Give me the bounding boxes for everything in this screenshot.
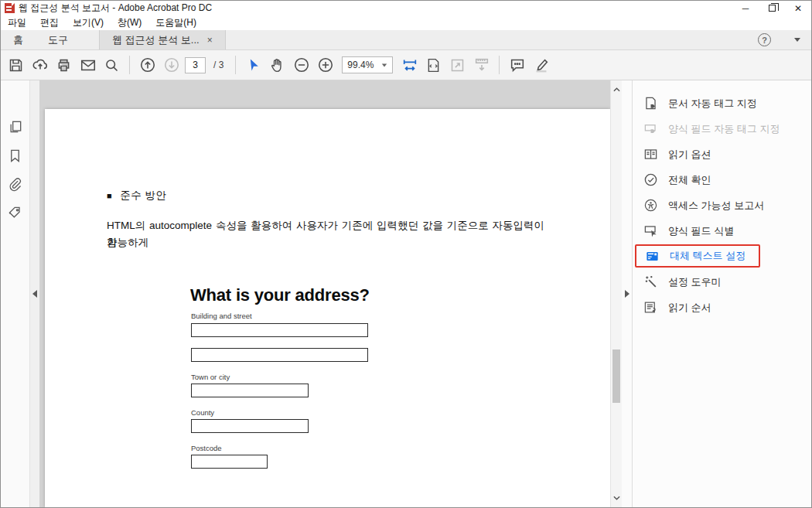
print-icon — [56, 57, 72, 73]
identify-form-fields-icon — [643, 223, 658, 238]
zoom-level-select[interactable]: 99.4% — [342, 56, 393, 73]
tab-home[interactable]: 홈 — [1, 30, 36, 49]
tags-button[interactable] — [5, 203, 26, 223]
save-icon — [8, 57, 24, 73]
panel-item-setup-assistant[interactable]: 설정 도우미 — [635, 269, 809, 295]
tab-document-label: 웹 접근성 분석 보... — [112, 33, 200, 47]
body-paragraph-line1: HTML의 autocomplete 속성을 활용하여 사용자가 기존에 입력했… — [107, 217, 544, 251]
panel-item-label: 설정 도우미 — [668, 275, 722, 289]
highlight-button[interactable] — [531, 53, 551, 77]
hand-icon — [269, 57, 285, 73]
toolbar-divider — [235, 56, 236, 74]
minimize-button[interactable]: ─ — [732, 1, 759, 15]
form-heading: What is your address? — [190, 285, 370, 305]
menu-view[interactable]: 보기(V) — [73, 16, 104, 29]
pages-icon — [8, 119, 23, 135]
tab-tools[interactable]: 도구 — [36, 30, 80, 49]
window-title: 웹 접근성 분석 보고서 - Adobe Acrobat Pro DC — [19, 2, 212, 15]
highlighter-icon — [533, 56, 550, 73]
field-label-building: Building and street — [191, 312, 252, 320]
scroll-up-icon[interactable] — [611, 84, 622, 96]
envelope-icon — [80, 56, 97, 73]
scroll-down-icon[interactable] — [611, 492, 622, 504]
menu-window[interactable]: 창(W) — [118, 16, 142, 29]
field-input-town — [191, 384, 309, 397]
autotag-form-field-icon — [643, 121, 658, 136]
comment-button[interactable] — [507, 53, 527, 77]
field-input-county — [191, 419, 309, 433]
hand-tool-button[interactable] — [267, 53, 288, 77]
fit-width-button[interactable] — [399, 53, 420, 77]
panel-item-label: 양식 필드 식별 — [668, 224, 734, 238]
help-icon[interactable]: ? — [758, 33, 771, 46]
field-label-postcode: Postcode — [191, 444, 222, 452]
accessibility-report-icon — [643, 198, 658, 213]
search-button[interactable] — [101, 53, 122, 77]
tab-close-icon[interactable]: × — [207, 35, 213, 46]
magic-wand-icon — [643, 274, 658, 289]
vertical-scrollbar[interactable] — [610, 80, 622, 507]
fit-page-button[interactable] — [423, 53, 444, 77]
panel-item-set-alternate-text[interactable]: 대체 텍스트 설정 — [635, 244, 760, 268]
accessibility-panel: 문서 자동 태그 지정 양식 필드 자동 태그 지정 읽기 옵션 전체 확인 액… — [632, 80, 811, 507]
menu-help[interactable]: 도움말(H) — [155, 16, 196, 29]
panel-item-autotag-document[interactable]: 문서 자동 태그 지정 — [635, 90, 809, 116]
panel-item-label: 액세스 가능성 보고서 — [668, 199, 764, 213]
select-tool-button[interactable] — [243, 53, 264, 77]
document-viewport[interactable]: ■준수 방안 HTML의 autocomplete 속성을 활용하여 사용자가 … — [39, 80, 610, 507]
save-button[interactable] — [5, 53, 26, 77]
expand-right-icon — [625, 290, 629, 298]
panel-item-identify-form-fields[interactable]: 양식 필드 식별 — [635, 218, 809, 244]
minus-circle-icon — [293, 56, 310, 73]
bookmark-icon — [8, 148, 22, 163]
fit-width-icon — [401, 56, 418, 73]
fit-page-icon — [425, 57, 442, 73]
tab-bar: 홈 도구 웹 접근성 분석 보... × ? — [1, 30, 811, 50]
acrobat-window: 웹 접근성 분석 보고서 - Adobe Acrobat Pro DC ─ ✕ … — [0, 0, 812, 508]
toolbar-overflow-caret-icon[interactable] — [794, 38, 800, 42]
menu-bar: 파일 편집 보기(V) 창(W) 도움말(H) — [1, 15, 811, 30]
page-thumbnails-button[interactable] — [5, 117, 26, 137]
plus-circle-icon — [317, 56, 334, 73]
pdf-page: ■준수 방안 HTML의 autocomplete 속성을 활용하여 사용자가 … — [45, 109, 610, 507]
panel-item-reading-options[interactable]: 읽기 옵션 — [635, 141, 809, 167]
menu-edit[interactable]: 편집 — [40, 16, 59, 29]
menu-file[interactable]: 파일 — [8, 16, 26, 29]
print-button[interactable] — [53, 53, 74, 77]
cloud-upload-icon — [32, 56, 49, 73]
panel-item-autotag-form-fields[interactable]: 양식 필드 자동 태그 지정 — [635, 116, 809, 141]
tag-icon — [8, 205, 23, 220]
page-up-icon — [139, 56, 156, 73]
panel-item-label: 문서 자동 태그 지정 — [668, 97, 757, 111]
expand-icon — [449, 57, 466, 73]
previous-page-button[interactable] — [137, 53, 158, 77]
paperclip-icon — [8, 177, 22, 192]
check-circle-icon — [643, 172, 658, 187]
field-input-building-2 — [191, 348, 368, 362]
attachments-button[interactable] — [5, 174, 26, 194]
zoom-out-button[interactable] — [291, 53, 312, 77]
next-page-button[interactable] — [161, 53, 182, 77]
bookmarks-button[interactable] — [5, 145, 26, 165]
share-button[interactable] — [29, 53, 50, 77]
title-bar: 웹 접근성 분석 보고서 - Adobe Acrobat Pro DC ─ ✕ — [1, 1, 811, 15]
field-input-building-1 — [191, 323, 368, 337]
scrolling-mode-button[interactable] — [471, 53, 492, 77]
panel-item-reading-order[interactable]: 읽기 순서 — [635, 295, 809, 320]
panel-item-full-check[interactable]: 전체 확인 — [635, 167, 809, 193]
panel-item-accessibility-report[interactable]: 액세스 가능성 보고서 — [635, 193, 809, 218]
left-panel-collapse-strip[interactable] — [30, 80, 39, 507]
zoom-in-button[interactable] — [315, 53, 336, 77]
right-panel-collapse-strip[interactable] — [622, 80, 632, 507]
collapse-left-icon — [32, 290, 37, 298]
full-screen-button[interactable] — [447, 53, 468, 77]
restore-button[interactable] — [759, 1, 785, 15]
tab-document[interactable]: 웹 접근성 분석 보... × — [99, 30, 226, 49]
ruler-scroll-icon — [473, 56, 490, 73]
section-heading: ■준수 방안 — [107, 189, 166, 203]
search-icon — [104, 57, 120, 73]
page-number-input[interactable] — [185, 57, 206, 73]
scrollbar-thumb[interactable] — [612, 349, 620, 403]
email-button[interactable] — [77, 53, 98, 77]
close-button[interactable]: ✕ — [785, 1, 811, 15]
